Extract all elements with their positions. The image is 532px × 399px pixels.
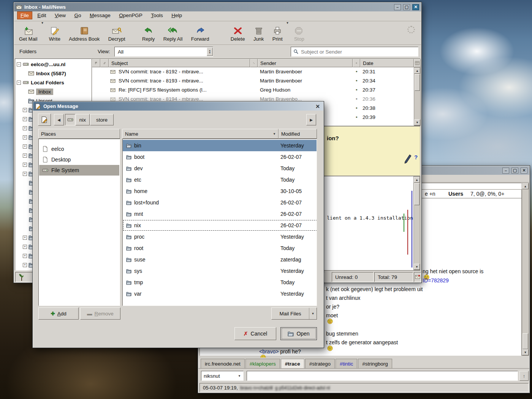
folder-tree-item-local-folders[interactable]: − Local Folders: [17, 78, 64, 87]
dialog-close-button[interactable]: ✕: [315, 103, 321, 109]
tab-klaplopers[interactable]: #klaplopers: [245, 359, 280, 368]
folder-tree-item-account[interactable]: − eelco@...uu.nl: [17, 60, 65, 69]
place-item-file-system[interactable]: File System: [39, 165, 119, 176]
print-dropdown-arrow[interactable]: ▼: [286, 21, 289, 25]
view-dropdown[interactable]: All ▲▼: [114, 47, 213, 57]
column-header-read[interactable]: [353, 59, 360, 67]
scroll-up-button[interactable]: ▲: [414, 68, 420, 74]
cancel-button[interactable]: ✗Cancel: [234, 327, 276, 340]
get-mail-button[interactable]: Get Mail: [16, 21, 41, 43]
path-segment-nix[interactable]: nix: [76, 114, 90, 125]
irc-scrollbar[interactable]: ▲ ▼: [522, 183, 529, 356]
add-button[interactable]: ✚Add: [38, 307, 79, 320]
name-column-header[interactable]: Name ▼: [122, 129, 279, 139]
tab-tintic[interactable]: #tintic: [336, 359, 357, 368]
menu-tools[interactable]: Tools: [147, 11, 166, 19]
tab-stringborg[interactable]: #stringborg: [358, 359, 392, 368]
message-row[interactable]: SVN commit: trace - 8192 - mbrave... Mar…: [92, 67, 414, 76]
scroll-up-button[interactable]: ▲: [522, 183, 529, 189]
file-row[interactable]: nix26-02-07: [123, 220, 317, 231]
tab-trace[interactable]: #trace: [281, 359, 304, 368]
chat-input[interactable]: [247, 371, 518, 381]
chat-link[interactable]: ID=782829: [423, 277, 449, 283]
location-toggle-button[interactable]: [38, 114, 51, 126]
get-mail-dropdown-arrow[interactable]: ▼: [41, 21, 44, 25]
menu-help[interactable]: Help: [168, 11, 185, 19]
scroll-down-button[interactable]: ▼: [522, 349, 529, 355]
irc-close-button[interactable]: ✕: [521, 168, 527, 174]
search-input[interactable]: [301, 49, 416, 55]
folder-tree-item-inbox-account[interactable]: Inbox (5587): [28, 69, 66, 78]
mail-maximize-button[interactable]: ▢: [403, 4, 410, 10]
file-row[interactable]: varYesterday: [123, 288, 317, 299]
tab-server[interactable]: irc.freenode.net: [201, 359, 245, 368]
junk-button[interactable]: Junk: [250, 21, 267, 43]
mail-titlebar[interactable]: Inbox - Mail/News – ▢ ✕: [14, 3, 421, 11]
collapse-expander-icon[interactable]: −: [17, 62, 21, 66]
scroll-thumb[interactable]: [522, 333, 528, 349]
file-row[interactable]: rootToday: [123, 242, 317, 254]
file-row[interactable]: susezaterdag: [123, 254, 317, 265]
scroll-down-button[interactable]: ▼: [414, 119, 420, 125]
file-row[interactable]: sysYesterday: [123, 265, 317, 277]
message-row[interactable]: SVN commit: trace - 8193 - mbrave... Mar…: [92, 76, 414, 86]
path-scroll-left-button[interactable]: ◀: [54, 114, 64, 125]
column-header-flag[interactable]: [92, 59, 100, 67]
menu-message[interactable]: Message: [86, 11, 114, 19]
view-dropdown-arrows[interactable]: ▲▼: [207, 48, 213, 56]
path-segment-store[interactable]: store: [90, 114, 114, 125]
address-book-button[interactable]: Address Book: [65, 21, 103, 43]
place-item-desktop[interactable]: Desktop: [39, 154, 119, 165]
collapse-expander-icon[interactable]: −: [17, 81, 21, 85]
column-header-subject[interactable]: Subject: [109, 59, 250, 67]
history-up-button[interactable]: ↑: [519, 371, 529, 381]
dialog-titlebar[interactable]: Open Message ✕: [33, 102, 323, 111]
body-scrollbar[interactable]: ▲ ▼: [413, 176, 420, 270]
file-row[interactable]: etcToday: [123, 174, 317, 185]
menu-file[interactable]: File: [17, 11, 32, 19]
file-row[interactable]: lost+found26-02-07: [123, 197, 317, 208]
modified-column-header[interactable]: Modified: [279, 129, 317, 139]
mail-close-button[interactable]: ✕: [412, 4, 419, 10]
file-row[interactable]: devToday: [123, 163, 317, 174]
menu-view[interactable]: View: [51, 11, 69, 19]
open-button[interactable]: Open: [280, 327, 317, 340]
reply-button[interactable]: Reply: [139, 21, 158, 43]
scroll-up-button[interactable]: ▲: [414, 177, 420, 183]
print-button[interactable]: Print: [269, 21, 286, 43]
folder-tree-item-inbox-local[interactable]: Inbox: [28, 87, 53, 96]
irc-maximize-button[interactable]: ▢: [511, 168, 518, 174]
column-header-thread[interactable]: [250, 59, 258, 67]
scroll-down-button[interactable]: ▼: [414, 264, 420, 270]
file-row[interactable]: binYesterday: [123, 140, 317, 151]
file-row[interactable]: procYesterday: [123, 231, 317, 242]
file-row[interactable]: tmpToday: [123, 277, 317, 288]
filter-dropdown[interactable]: Mail Files ▼: [271, 307, 317, 320]
statusbar-mail-icon-panel[interactable]: [414, 272, 421, 282]
menu-edit[interactable]: Edit: [34, 11, 49, 19]
message-row[interactable]: Re: [RFC] FSFS filesystem options (l... …: [92, 86, 414, 95]
column-header-sender[interactable]: Sender: [258, 59, 353, 67]
tab-stratego[interactable]: #stratego: [305, 359, 335, 368]
reply-all-button[interactable]: Reply All: [160, 21, 186, 43]
decrypt-button[interactable]: Decrypt: [105, 21, 129, 43]
scroll-thumb[interactable]: [415, 74, 420, 91]
path-segment-root[interactable]: [65, 114, 75, 125]
menu-openpgp[interactable]: OpenPGP: [116, 11, 146, 19]
message-list-scrollbar[interactable]: ▲ ▼: [414, 67, 421, 126]
column-header-date[interactable]: Date: [360, 59, 414, 67]
irc-minimize-button[interactable]: –: [502, 168, 509, 174]
scroll-thumb[interactable]: [414, 183, 420, 205]
delete-button[interactable]: Delete: [227, 21, 249, 43]
remove-button[interactable]: ▬Remove: [80, 307, 120, 320]
file-row[interactable]: home30-10-05: [123, 185, 317, 197]
column-header-attachment[interactable]: [100, 59, 109, 67]
menu-go[interactable]: Go: [71, 11, 84, 19]
place-item-eelco[interactable]: eelco: [39, 144, 119, 154]
column-picker-button[interactable]: [414, 59, 421, 67]
file-row[interactable]: mnt26-02-07: [123, 208, 317, 220]
mail-minimize-button[interactable]: –: [394, 4, 401, 10]
path-scroll-right-button[interactable]: ▶: [306, 114, 316, 125]
forward-button[interactable]: Forward: [188, 21, 213, 43]
nick-button[interactable]: niksnut▼: [201, 371, 244, 381]
